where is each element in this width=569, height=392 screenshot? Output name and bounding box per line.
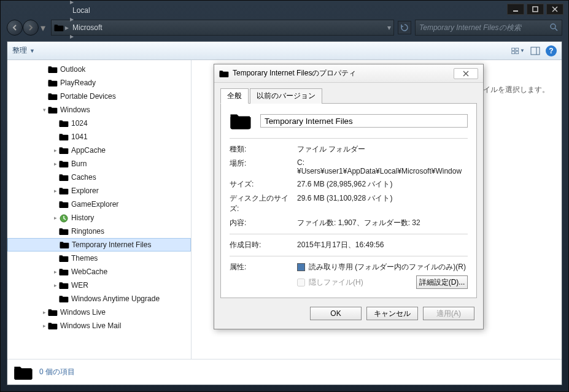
svg-rect-10 bbox=[531, 47, 540, 55]
label-created: 作成日時: bbox=[230, 240, 297, 250]
tree-item-label: PlayReady bbox=[60, 79, 96, 87]
dialog-tabs: 全般 以前のバージョン bbox=[220, 88, 477, 104]
command-bar: 整理 ▼ ▼ ? bbox=[7, 42, 562, 60]
folder-icon bbox=[59, 146, 69, 155]
tree-item[interactable]: 1041 bbox=[7, 130, 191, 144]
ok-button[interactable]: OK bbox=[310, 307, 362, 320]
folder-icon bbox=[59, 294, 69, 303]
folder-icon bbox=[219, 69, 229, 79]
close-button[interactable] bbox=[546, 4, 563, 15]
folder-icon bbox=[59, 227, 69, 236]
forward-button[interactable] bbox=[23, 20, 39, 36]
organize-menu[interactable]: 整理 ▼ bbox=[12, 45, 35, 56]
refresh-button[interactable] bbox=[398, 21, 411, 34]
tree-item-label: Explorer bbox=[71, 186, 99, 195]
label-size: サイズ: bbox=[230, 179, 297, 190]
folder-icon bbox=[54, 23, 64, 33]
maximize-button[interactable] bbox=[527, 4, 544, 15]
advanced-button[interactable]: 詳細設定(D)... bbox=[416, 275, 468, 289]
back-button[interactable] bbox=[7, 20, 23, 36]
label-disk-size: ディスク上のサイズ: bbox=[230, 193, 297, 214]
value-contents: ファイル数: 1,907、フォルダー数: 32 bbox=[297, 218, 468, 228]
search-input[interactable]: Temporary Internet Filesの検索 bbox=[415, 20, 562, 36]
tree-item[interactable]: ▸Windows Live bbox=[7, 306, 191, 319]
tree-item-label: Windows Live bbox=[60, 308, 106, 317]
value-size: 27.6 MB (28,985,962 バイト) bbox=[297, 179, 468, 190]
tree-item[interactable]: ▾Windows bbox=[7, 103, 191, 117]
tree-item[interactable]: ▸WebCache bbox=[7, 265, 191, 279]
minimize-button[interactable] bbox=[507, 4, 524, 15]
help-button[interactable]: ? bbox=[546, 45, 557, 56]
tree-item[interactable]: Temporary Internet Files bbox=[7, 238, 191, 252]
tab-previous-versions[interactable]: 以前のバージョン bbox=[250, 88, 322, 104]
folder-icon bbox=[59, 173, 69, 182]
tree-item[interactable]: Caches bbox=[7, 171, 191, 184]
label-type: 種類: bbox=[230, 144, 297, 155]
tree-item[interactable]: ▸Explorer bbox=[7, 184, 191, 198]
dialog-titlebar[interactable]: Temporary Internet Filesのプロパティ bbox=[214, 64, 483, 83]
tree-item[interactable]: ▸Windows Live Mail bbox=[7, 319, 191, 332]
breadcrumb-segment[interactable]: Microsoft bbox=[70, 23, 154, 32]
view-options-button[interactable]: ▼ bbox=[511, 44, 525, 58]
tree-item[interactable]: 1024 bbox=[7, 117, 191, 130]
folder-icon bbox=[48, 321, 58, 330]
folder-name-input[interactable] bbox=[260, 114, 468, 128]
folder-icon bbox=[59, 159, 69, 168]
tree-item-label: Outlook bbox=[60, 65, 85, 74]
breadcrumb-dropdown[interactable]: ▾ bbox=[387, 23, 391, 32]
readonly-checkbox[interactable] bbox=[297, 263, 305, 271]
tree-item[interactable]: GameExplorer bbox=[7, 198, 191, 211]
breadcrumb-segment[interactable]: Local bbox=[70, 6, 154, 15]
tree-item[interactable]: Outlook bbox=[7, 63, 191, 76]
tree-item[interactable]: PlayReady bbox=[7, 76, 191, 90]
svg-rect-6 bbox=[512, 48, 515, 50]
folder-icon bbox=[48, 308, 58, 317]
search-placeholder: Temporary Internet Filesの検索 bbox=[419, 23, 521, 33]
tree-item[interactable]: Windows Anytime Upgrade bbox=[7, 292, 191, 306]
folder-icon bbox=[59, 119, 69, 128]
tree-item[interactable]: Ringtones bbox=[7, 225, 191, 238]
tree-item[interactable]: ▸History bbox=[7, 211, 191, 225]
folder-icon bbox=[59, 281, 69, 290]
folder-icon bbox=[14, 364, 33, 381]
dialog-title: Temporary Internet Filesのプロパティ bbox=[233, 68, 356, 79]
folder-icon bbox=[230, 111, 252, 131]
tree-item-label: Windows Live Mail bbox=[60, 321, 121, 330]
value-type: ファイル フォルダー bbox=[297, 144, 468, 155]
dialog-close-button[interactable] bbox=[454, 68, 478, 79]
preview-pane-button[interactable] bbox=[528, 44, 542, 58]
tree-item-label: Windows Anytime Upgrade bbox=[71, 294, 160, 303]
tree-item-label: History bbox=[71, 213, 94, 222]
tree-item[interactable]: Themes bbox=[7, 252, 191, 265]
tree-item-label: AppCache bbox=[71, 146, 106, 155]
cancel-button[interactable]: キャンセル bbox=[366, 307, 418, 320]
label-attributes: 属性: bbox=[230, 262, 297, 272]
tree-item-label: Burn bbox=[71, 159, 87, 168]
search-icon bbox=[549, 23, 558, 33]
tree-item[interactable]: ▸WER bbox=[7, 279, 191, 292]
value-created: 2015年1月17日、16:49:56 bbox=[297, 240, 468, 250]
breadcrumb-bar[interactable]: ▸ AppData▸Local▸Microsoft▸Windows▸Tempor… bbox=[51, 20, 394, 36]
status-bar: 0 個の項目 bbox=[7, 359, 562, 385]
readonly-label: 読み取り専用 (フォルダー内のファイルのみ)(R) bbox=[309, 262, 466, 272]
folder-icon bbox=[48, 79, 58, 87]
tree-item[interactable]: ▸AppCache bbox=[7, 144, 191, 157]
navigation-tree[interactable]: OutlookPlayReadyPortable Devices▾Windows… bbox=[7, 60, 192, 359]
tree-item[interactable]: Portable Devices bbox=[7, 90, 191, 103]
svg-rect-7 bbox=[512, 51, 515, 53]
tab-general[interactable]: 全般 bbox=[220, 88, 249, 104]
tree-item-label: 1024 bbox=[71, 119, 88, 128]
tree-item[interactable]: ▸Burn bbox=[7, 157, 191, 171]
folder-icon bbox=[48, 65, 58, 74]
tree-item-label: GameExplorer bbox=[71, 200, 118, 209]
folder-icon bbox=[59, 133, 69, 141]
svg-rect-9 bbox=[516, 51, 519, 53]
hidden-label: 隠しファイル(H) bbox=[309, 277, 363, 288]
tab-panel-general: 種類:ファイル フォルダー 場所:C:¥Users¥user1¥AppData¥… bbox=[220, 104, 477, 298]
folder-icon bbox=[59, 254, 69, 263]
tree-item-label: Ringtones bbox=[71, 227, 104, 236]
tree-item-label: WebCache bbox=[71, 267, 107, 276]
hidden-checkbox[interactable] bbox=[297, 279, 305, 286]
apply-button[interactable]: 適用(A) bbox=[423, 307, 474, 320]
nav-history-dropdown[interactable]: ▾ bbox=[39, 20, 47, 36]
